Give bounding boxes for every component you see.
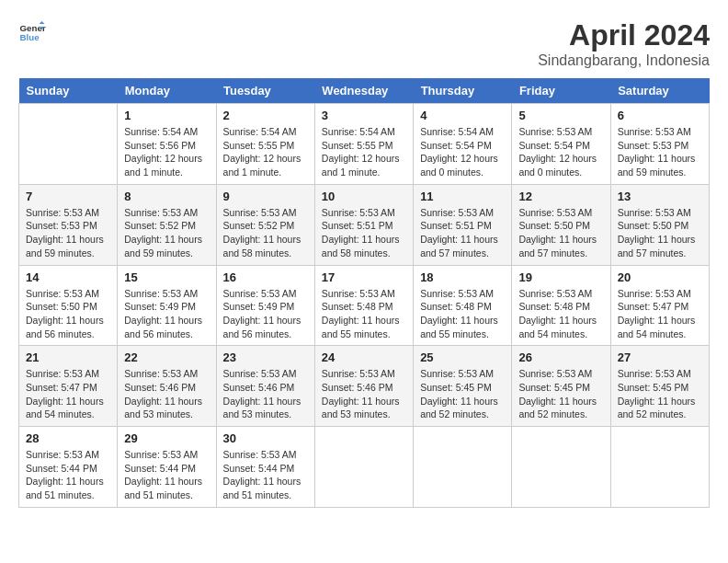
day-number: 29 [124, 431, 209, 445]
weekday-header-sunday: Sunday [19, 78, 118, 104]
calendar-week-1: 1Sunrise: 5:54 AMSunset: 5:56 PMDaylight… [19, 104, 710, 185]
calendar-cell: 17Sunrise: 5:53 AMSunset: 5:48 PMDayligh… [314, 265, 413, 346]
calendar-cell [512, 427, 610, 508]
day-info: Sunrise: 5:53 AMSunset: 5:46 PMDaylight:… [223, 367, 308, 421]
day-number: 18 [420, 270, 505, 284]
day-number: 12 [518, 190, 603, 203]
calendar-cell: 29Sunrise: 5:53 AMSunset: 5:44 PMDayligh… [118, 427, 216, 508]
day-number: 23 [223, 350, 308, 364]
day-number: 17 [322, 270, 406, 284]
calendar-cell: 20Sunrise: 5:53 AMSunset: 5:47 PMDayligh… [610, 265, 709, 346]
day-info: Sunrise: 5:53 AMSunset: 5:48 PMDaylight:… [322, 287, 406, 341]
day-number: 25 [420, 350, 505, 364]
svg-text:Blue: Blue [20, 32, 40, 42]
day-number: 24 [322, 350, 406, 364]
day-number: 1 [124, 109, 209, 122]
day-info: Sunrise: 5:53 AMSunset: 5:54 PMDaylight:… [518, 125, 603, 179]
day-info: Sunrise: 5:53 AMSunset: 5:45 PMDaylight:… [420, 367, 505, 421]
calendar-cell [414, 427, 512, 508]
calendar-cell: 14Sunrise: 5:53 AMSunset: 5:50 PMDayligh… [19, 265, 118, 346]
day-number: 14 [26, 270, 110, 284]
calendar-cell: 24Sunrise: 5:53 AMSunset: 5:46 PMDayligh… [314, 346, 413, 427]
calendar-cell: 9Sunrise: 5:53 AMSunset: 5:52 PMDaylight… [216, 184, 314, 265]
day-number: 11 [420, 190, 505, 203]
day-info: Sunrise: 5:53 AMSunset: 5:47 PMDaylight:… [618, 287, 702, 341]
day-info: Sunrise: 5:53 AMSunset: 5:53 PMDaylight:… [26, 206, 110, 260]
day-info: Sunrise: 5:53 AMSunset: 5:44 PMDaylight:… [26, 448, 110, 502]
logo-icon: General Blue [18, 18, 46, 46]
calendar-cell: 8Sunrise: 5:53 AMSunset: 5:52 PMDaylight… [118, 184, 216, 265]
weekday-header-row: SundayMondayTuesdayWednesdayThursdayFrid… [19, 78, 710, 104]
day-info: Sunrise: 5:53 AMSunset: 5:52 PMDaylight:… [223, 206, 308, 260]
calendar-cell: 16Sunrise: 5:53 AMSunset: 5:49 PMDayligh… [216, 265, 314, 346]
day-number: 30 [223, 431, 308, 445]
day-info: Sunrise: 5:53 AMSunset: 5:49 PMDaylight:… [124, 287, 209, 341]
calendar-cell: 25Sunrise: 5:53 AMSunset: 5:45 PMDayligh… [414, 346, 512, 427]
day-number: 7 [26, 190, 110, 203]
calendar-week-4: 21Sunrise: 5:53 AMSunset: 5:47 PMDayligh… [19, 346, 710, 427]
calendar-cell: 28Sunrise: 5:53 AMSunset: 5:44 PMDayligh… [19, 427, 118, 508]
day-info: Sunrise: 5:53 AMSunset: 5:50 PMDaylight:… [26, 287, 110, 341]
day-number: 5 [518, 109, 603, 122]
day-info: Sunrise: 5:54 AMSunset: 5:56 PMDaylight:… [124, 125, 209, 179]
day-info: Sunrise: 5:54 AMSunset: 5:55 PMDaylight:… [223, 125, 308, 179]
calendar-table: SundayMondayTuesdayWednesdayThursdayFrid… [18, 78, 710, 508]
day-number: 13 [618, 190, 702, 203]
day-info: Sunrise: 5:53 AMSunset: 5:48 PMDaylight:… [518, 287, 603, 341]
calendar-cell: 13Sunrise: 5:53 AMSunset: 5:50 PMDayligh… [610, 184, 709, 265]
day-number: 27 [618, 350, 702, 364]
day-info: Sunrise: 5:53 AMSunset: 5:45 PMDaylight:… [618, 367, 702, 421]
day-info: Sunrise: 5:53 AMSunset: 5:50 PMDaylight:… [618, 206, 702, 260]
day-number: 26 [518, 350, 603, 364]
day-info: Sunrise: 5:53 AMSunset: 5:46 PMDaylight:… [322, 367, 406, 421]
day-info: Sunrise: 5:53 AMSunset: 5:44 PMDaylight:… [223, 448, 308, 502]
day-number: 22 [124, 350, 209, 364]
weekday-header-wednesday: Wednesday [314, 78, 413, 104]
calendar-cell [19, 104, 118, 185]
day-number: 2 [223, 109, 308, 122]
calendar-week-2: 7Sunrise: 5:53 AMSunset: 5:53 PMDaylight… [19, 184, 710, 265]
day-number: 10 [322, 190, 406, 203]
day-number: 15 [124, 270, 209, 284]
title-block: April 2024 Sindangbarang, Indonesia [538, 18, 710, 69]
calendar-cell: 6Sunrise: 5:53 AMSunset: 5:53 PMDaylight… [610, 104, 709, 185]
calendar-cell: 11Sunrise: 5:53 AMSunset: 5:51 PMDayligh… [414, 184, 512, 265]
day-number: 21 [26, 350, 110, 364]
logo: General Blue [18, 18, 46, 46]
weekday-header-friday: Friday [512, 78, 610, 104]
day-number: 9 [223, 190, 308, 203]
day-info: Sunrise: 5:53 AMSunset: 5:49 PMDaylight:… [223, 287, 308, 341]
calendar-cell: 21Sunrise: 5:53 AMSunset: 5:47 PMDayligh… [19, 346, 118, 427]
calendar-week-5: 28Sunrise: 5:53 AMSunset: 5:44 PMDayligh… [19, 427, 710, 508]
day-info: Sunrise: 5:53 AMSunset: 5:53 PMDaylight:… [618, 125, 702, 179]
page-header: General Blue April 2024 Sindangbarang, I… [18, 18, 710, 69]
location: Sindangbarang, Indonesia [538, 52, 710, 69]
calendar-cell: 15Sunrise: 5:53 AMSunset: 5:49 PMDayligh… [118, 265, 216, 346]
calendar-cell: 2Sunrise: 5:54 AMSunset: 5:55 PMDaylight… [216, 104, 314, 185]
calendar-cell: 3Sunrise: 5:54 AMSunset: 5:55 PMDaylight… [314, 104, 413, 185]
day-info: Sunrise: 5:53 AMSunset: 5:47 PMDaylight:… [26, 367, 110, 421]
day-number: 28 [26, 431, 110, 445]
day-info: Sunrise: 5:53 AMSunset: 5:51 PMDaylight:… [420, 206, 505, 260]
day-number: 6 [618, 109, 702, 122]
day-info: Sunrise: 5:53 AMSunset: 5:48 PMDaylight:… [420, 287, 505, 341]
weekday-header-saturday: Saturday [610, 78, 709, 104]
weekday-header-monday: Monday [118, 78, 216, 104]
day-number: 20 [618, 270, 702, 284]
day-info: Sunrise: 5:54 AMSunset: 5:55 PMDaylight:… [322, 125, 406, 179]
calendar-week-3: 14Sunrise: 5:53 AMSunset: 5:50 PMDayligh… [19, 265, 710, 346]
calendar-cell: 30Sunrise: 5:53 AMSunset: 5:44 PMDayligh… [216, 427, 314, 508]
weekday-header-thursday: Thursday [414, 78, 512, 104]
day-number: 19 [518, 270, 603, 284]
calendar-cell: 7Sunrise: 5:53 AMSunset: 5:53 PMDaylight… [19, 184, 118, 265]
calendar-cell [314, 427, 413, 508]
day-info: Sunrise: 5:53 AMSunset: 5:44 PMDaylight:… [124, 448, 209, 502]
calendar-cell: 26Sunrise: 5:53 AMSunset: 5:45 PMDayligh… [512, 346, 610, 427]
calendar-cell: 10Sunrise: 5:53 AMSunset: 5:51 PMDayligh… [314, 184, 413, 265]
day-info: Sunrise: 5:54 AMSunset: 5:54 PMDaylight:… [420, 125, 505, 179]
calendar-cell: 27Sunrise: 5:53 AMSunset: 5:45 PMDayligh… [610, 346, 709, 427]
day-number: 4 [420, 109, 505, 122]
month-title: April 2024 [538, 18, 710, 52]
day-number: 16 [223, 270, 308, 284]
calendar-cell: 12Sunrise: 5:53 AMSunset: 5:50 PMDayligh… [512, 184, 610, 265]
